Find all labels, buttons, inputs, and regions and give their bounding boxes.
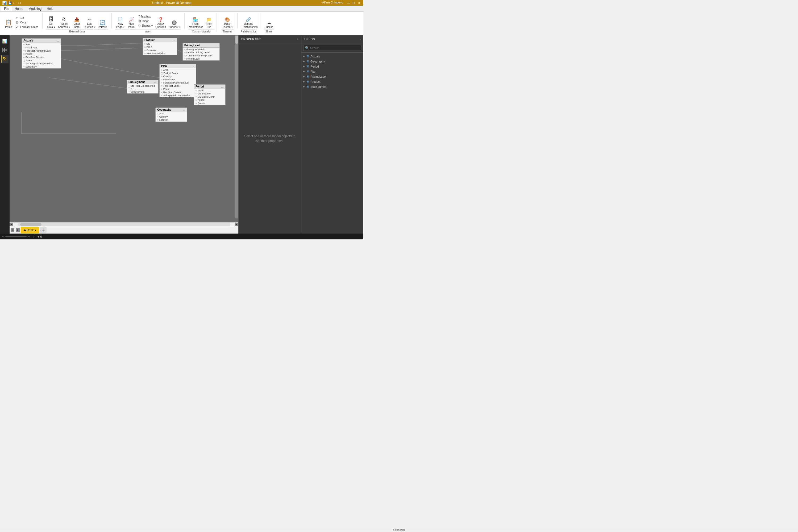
table-actuals[interactable]: Actuals … ≡Area ≡Fiscal Year ≡Forecast P… (22, 38, 61, 69)
zoom-slider[interactable] (5, 236, 26, 237)
buttons-icon: 🔘 (172, 21, 177, 25)
vscroll-thumb[interactable] (235, 36, 238, 44)
table-period[interactable]: Period … ≡Month ≡MonthName ≡MS Sales Mon… (194, 84, 226, 105)
get-data-button[interactable]: 🗄 GetData ▾ (46, 13, 56, 29)
zoom-minus-button[interactable]: − (2, 235, 4, 238)
table-product[interactable]: Product … ≡BG ≡BG 2 ≡Business ≡Rev Sum D… (142, 38, 177, 55)
chevron-right-icon: ▶ (303, 80, 305, 83)
edit-queries-button[interactable]: ✏ EditQueries ▾ (83, 13, 96, 29)
zoom-plus-button[interactable]: + (28, 235, 30, 238)
fields-list: ▶ ⊞ Actuals ▶ ⊞ Geography ▶ ⊞ Period ▶ ⊞ (301, 53, 363, 233)
manage-relationships-button[interactable]: 🔗 ManageRelationships (241, 13, 256, 29)
from-file-button[interactable]: 📁 FromFile (204, 13, 214, 29)
ribbon-group-clipboard: 📋 Paste ✂ Cut ⿻ Copy 🖌 Format Painter Cl… (1, 13, 41, 32)
table-icon: ⊞ (306, 65, 309, 68)
tab-all-tables[interactable]: All tables (21, 227, 39, 233)
title-bar: 📊 💾 ↩ ↪ ▾ Untitled - Power BI Desktop Al… (0, 0, 363, 6)
field-group-subsegment[interactable]: ▶ ⊞ SubSegment (301, 84, 363, 89)
field-group-plan[interactable]: ▶ ⊞ Plan (301, 69, 363, 74)
field-group-product[interactable]: ▶ ⊞ Product (301, 79, 363, 84)
svg-rect-7 (5, 59, 6, 60)
recent-sources-icon: ⏱ (62, 18, 66, 22)
menu-modeling[interactable]: Modeling (26, 6, 44, 11)
tab-add-button[interactable]: + (40, 227, 46, 233)
sidebar-data-icon[interactable] (1, 46, 8, 54)
new-page-icon: 📄 (118, 18, 123, 22)
new-page-button[interactable]: 📄 NewPage ▾ (115, 13, 126, 29)
publish-icon: ☁ (267, 21, 271, 25)
fields-search-input[interactable] (310, 46, 359, 50)
menu-home[interactable]: Home (12, 6, 26, 11)
paste-button[interactable]: 📋 Paste (3, 13, 14, 29)
ask-question-icon: ❓ (158, 18, 163, 22)
pricinglevel-menu[interactable]: … (215, 44, 218, 47)
enter-data-icon: 📥 (74, 18, 79, 22)
from-marketplace-button[interactable]: 🏪 FromMarketplace (188, 13, 203, 29)
canvas-vertical-scrollbar[interactable] (235, 35, 238, 218)
svg-rect-5 (5, 57, 6, 58)
maximize-button[interactable]: ☐ (352, 1, 356, 5)
scroll-right-button[interactable]: ▶ (234, 223, 238, 226)
ask-question-button[interactable]: ❓ Ask AQuestion (154, 13, 167, 29)
shapes-button[interactable]: ⬡ Shapes ▾ (137, 24, 153, 28)
new-visual-button[interactable]: 📈 NewVisual (126, 13, 137, 29)
subsegment-menu[interactable]: … (154, 81, 157, 83)
enter-data-button[interactable]: 📥 EnterData (72, 13, 82, 29)
image-button[interactable]: 🖼 Image (137, 19, 153, 23)
menu-help[interactable]: Help (44, 6, 56, 11)
field-group-period[interactable]: ▶ ⊞ Period (301, 64, 363, 69)
diagram-canvas[interactable]: Actuals … ≡Area ≡Fiscal Year ≡Forecast P… (10, 35, 238, 222)
fit-controls[interactable]: ◀◀| (37, 235, 42, 238)
window-controls-right: Alfero Chingono — ☐ ✕ (322, 1, 361, 5)
chevron-right-icon: ▶ (303, 86, 305, 88)
svg-rect-4 (3, 57, 4, 58)
sidebar-report-icon[interactable]: 📊 (1, 37, 8, 45)
from-file-icon: 📁 (206, 18, 212, 22)
refresh-button[interactable]: 🔄 Refresh (97, 13, 108, 29)
publish-button[interactable]: ☁ Publish (264, 13, 274, 29)
fields-expand-button[interactable]: › (360, 37, 361, 41)
svg-line-10 (49, 48, 142, 51)
product-menu[interactable]: … (173, 39, 175, 41)
external-data-title: External data (46, 29, 108, 33)
scrollbar-track-h[interactable] (18, 223, 230, 226)
switch-theme-button[interactable]: 🎨 SwitchTheme ▾ (221, 13, 234, 29)
scroll-left-button[interactable]: ◀ (10, 223, 13, 226)
table-geography[interactable]: Geography … ≡Area ≡Country ≡Location (155, 108, 187, 122)
table-subsegment[interactable]: SubSegment … ≡Std Rptg Mid Reported S...… (127, 80, 158, 94)
cut-button[interactable]: ✂ Cut (15, 16, 39, 20)
scrollbar-thumb-h[interactable] (20, 223, 41, 226)
format-painter-button[interactable]: 🖌 Format Painter (15, 25, 39, 29)
actuals-menu[interactable]: … (56, 39, 59, 42)
tab-next-button[interactable]: ▶ (16, 228, 20, 232)
recent-sources-button[interactable]: ⏱ RecentSources ▾ (57, 13, 71, 29)
plan-menu[interactable]: … (191, 65, 194, 68)
fields-title: FIELDS (304, 38, 315, 41)
svg-rect-3 (5, 50, 7, 52)
ribbon-group-themes: 🎨 SwitchTheme ▾ Themes (219, 13, 236, 32)
properties-expand-button[interactable]: › (297, 37, 298, 41)
close-button[interactable]: ✕ (357, 1, 361, 5)
menu-bar: File Home Modeling Help (0, 6, 363, 12)
ribbon-group-relationships: 🔗 ManageRelationships Relationships (239, 13, 259, 32)
chevron-right-icon: ▶ (303, 75, 305, 78)
properties-panel: PROPERTIES › Select one or more model ob… (238, 35, 301, 233)
field-group-actuals[interactable]: ▶ ⊞ Actuals (301, 54, 363, 59)
tab-prev-button[interactable]: ◀ (11, 228, 14, 232)
table-pricinglevel[interactable]: PricingLevel … ≡Annuity vcNon An ≡Detail… (183, 43, 220, 61)
copy-button[interactable]: ⿻ Copy (15, 20, 39, 24)
period-menu[interactable]: … (221, 85, 224, 88)
table-plan[interactable]: Plan … ≡Area ∑Budget Sales ≡Country ≡Fis… (159, 64, 196, 97)
minimize-button[interactable]: — (346, 1, 350, 5)
properties-empty-text: Select one or more model objects to set … (244, 134, 296, 144)
textbox-button[interactable]: T Text box (137, 15, 153, 19)
menu-file[interactable]: File (1, 6, 12, 11)
ribbon: 📋 Paste ✂ Cut ⿻ Copy 🖌 Format Painter Cl… (0, 12, 363, 35)
field-group-geography[interactable]: ▶ ⊞ Geography (301, 59, 363, 64)
geography-menu[interactable]: … (183, 108, 185, 111)
zoom-reset-button[interactable]: ↺ (33, 235, 35, 238)
field-group-pricinglevel[interactable]: ▶ ⊞ PricingLevel (301, 74, 363, 79)
canvas-horizontal-scrollbar[interactable]: ◀ ▶ (10, 222, 238, 226)
sidebar-model-icon[interactable] (1, 55, 8, 63)
buttons-button[interactable]: 🔘 Buttons ▾ (168, 13, 181, 29)
